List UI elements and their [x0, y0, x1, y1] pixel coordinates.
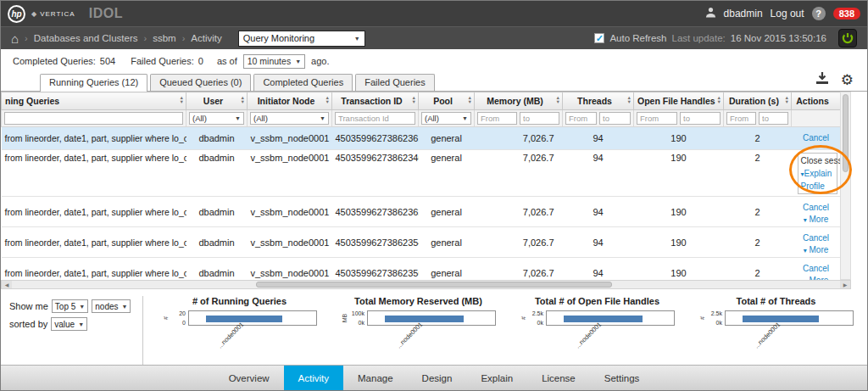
home-icon[interactable]: ⌂ — [11, 32, 19, 45]
memory-from-input[interactable] — [477, 112, 517, 125]
vertica-status-icon[interactable] — [838, 29, 857, 47]
breadcrumb-separator: › — [143, 33, 147, 43]
col-running-queries[interactable]: ning Queries▲▼ — [2, 92, 186, 110]
horizontal-scrollbar[interactable]: ◀ ▶ — [1, 280, 851, 289]
sort-by-dropdown[interactable]: value▼ — [51, 317, 87, 331]
sort-icon[interactable]: ▲▼ — [241, 96, 245, 103]
memory-to-input[interactable] — [520, 112, 559, 125]
interval-dropdown[interactable]: 10 minutes ▼ — [243, 54, 305, 69]
caret-down-icon: ▾ — [804, 216, 807, 224]
tab-design[interactable]: Design — [408, 366, 467, 390]
sort-icon[interactable]: ▲▼ — [556, 96, 560, 103]
page-title: IDOL — [89, 6, 123, 21]
col-open-file-handles[interactable]: Open File Handles▲▼ — [634, 92, 724, 110]
user-filter-dropdown[interactable]: (All)▼ — [189, 112, 244, 125]
breadcrumb-ssbm[interactable]: ssbm — [153, 33, 175, 43]
app-window: hp ◆ VERTICA IDOL dbadmin Log out ? 838 … — [0, 0, 868, 391]
breadcrumb-activity[interactable]: Activity — [191, 33, 221, 43]
sort-icon[interactable]: ▲▼ — [627, 96, 632, 103]
table-row[interactable]: from lineorder, date1, part, supplier wh… — [2, 150, 841, 197]
logout-link[interactable]: Log out — [771, 8, 804, 20]
close-session-link[interactable]: Close sess. — [801, 154, 834, 167]
cancel-link[interactable]: Cancel — [795, 263, 837, 275]
y-axis-label: # — [158, 315, 173, 321]
user-cell: dbadmin — [186, 227, 248, 258]
top-n-dropdown[interactable]: Top 5▼ — [52, 299, 88, 313]
sort-icon[interactable]: ▲▼ — [412, 96, 416, 103]
query-filter-input[interactable] — [4, 112, 183, 125]
tab-completed-queries[interactable]: Completed Queries — [253, 74, 353, 91]
node-filter-dropdown[interactable]: (All)▼ — [250, 112, 329, 125]
tab-failed-queries[interactable]: Failed Queries — [355, 74, 435, 91]
chevron-down-icon: ▼ — [78, 321, 84, 327]
cancel-link[interactable]: Cancel — [795, 232, 837, 244]
transaction-cell: 45035996273862362 — [332, 197, 419, 227]
table-row[interactable]: from lineorder, date1, part, supplier wh… — [2, 227, 841, 258]
tab-manage[interactable]: Manage — [343, 366, 408, 390]
help-icon[interactable]: ? — [812, 7, 826, 20]
handles-from-input[interactable] — [637, 112, 677, 125]
col-initiator-node[interactable]: Initiator Node▲▼ — [248, 92, 332, 110]
transaction-cell: 45035996273862346 — [332, 150, 419, 197]
actions-cell: Cancel ▾ More — [792, 227, 841, 258]
duration-from-input[interactable] — [726, 112, 756, 125]
transaction-filter-input[interactable] — [335, 112, 415, 125]
tab-running-queries[interactable]: Running Queries (12) — [40, 74, 147, 92]
table-row[interactable]: from lineorder, date1, part, supplier wh… — [2, 197, 841, 227]
tab-activity[interactable]: Activity — [284, 366, 343, 390]
col-user[interactable]: User▲▼ — [186, 92, 248, 110]
threads-to-input[interactable] — [599, 112, 631, 125]
sort-icon[interactable]: ▲▼ — [180, 96, 184, 103]
auto-refresh-checkbox[interactable]: ✓ — [594, 33, 604, 43]
col-memory[interactable]: Memory (MB)▲▼ — [475, 92, 563, 110]
tab-settings[interactable]: Settings — [590, 366, 654, 390]
sorted-by-label: sorted by — [9, 319, 47, 329]
notification-badge[interactable]: 838 — [833, 8, 860, 20]
view-selector-dropdown[interactable]: Query Monitoring ▼ — [238, 31, 365, 47]
chart-title: Total Memory Reserved (MB) — [336, 296, 501, 306]
col-transaction-id[interactable]: Transaction ID▲▼ — [332, 92, 419, 110]
tab-explain[interactable]: Explain — [466, 366, 527, 390]
more-link[interactable]: ▾ More — [795, 244, 837, 256]
scroll-right-arrow[interactable]: ▶ — [840, 281, 850, 288]
user-cell: dbadmin — [186, 197, 248, 227]
tab-overview[interactable]: Overview — [214, 366, 284, 390]
explain-link[interactable]: ▾Explain — [801, 167, 834, 180]
handles-to-input[interactable] — [680, 112, 721, 125]
chart-running-queries: # of Running Queries # 200 ...node0001 — [157, 296, 322, 366]
group-by-dropdown[interactable]: nodes▼ — [92, 299, 131, 313]
threads-from-input[interactable] — [565, 112, 597, 125]
transaction-cell: 45035996273862354 — [332, 227, 419, 258]
sort-icon[interactable]: ▲▼ — [717, 96, 721, 103]
tab-license[interactable]: License — [527, 366, 590, 390]
scroll-left-arrow[interactable]: ◀ — [2, 281, 12, 288]
last-update-value: 16 Nov 2015 13:50:16 — [731, 33, 826, 43]
scrollbar-thumb[interactable] — [256, 282, 612, 288]
breadcrumb-databases[interactable]: Databases and Clusters — [34, 33, 138, 43]
transaction-cell: 45035996273862361 — [332, 127, 419, 150]
col-duration[interactable]: Duration (s)▲▼ — [724, 92, 792, 110]
table-row[interactable]: from lineorder, date1, part, supplier wh… — [2, 127, 841, 150]
running-queries-table: ning Queries▲▼ User▲▼ Initiator Node▲▼ T… — [1, 92, 867, 280]
pool-filter-dropdown[interactable]: (All)▼ — [421, 112, 471, 125]
download-icon[interactable] — [815, 72, 829, 88]
duration-to-input[interactable] — [759, 112, 788, 125]
tab-queued-queries[interactable]: Queued Queries (0) — [150, 74, 251, 91]
more-link[interactable]: ▾ More — [795, 214, 837, 226]
sort-icon[interactable]: ▲▼ — [468, 96, 472, 103]
scrollbar-thumb[interactable] — [843, 94, 849, 172]
sort-icon[interactable]: ▲▼ — [785, 96, 789, 103]
col-pool[interactable]: Pool▲▼ — [419, 92, 475, 110]
y-axis-label: # — [515, 315, 531, 321]
cancel-link[interactable]: Cancel — [795, 202, 837, 214]
chevron-down-icon: ▼ — [235, 115, 241, 121]
col-threads[interactable]: Threads▲▼ — [563, 92, 634, 110]
sort-icon[interactable]: ▲▼ — [326, 96, 330, 103]
user-name[interactable]: dbadmin — [724, 8, 763, 20]
user-cell: dbadmin — [186, 150, 248, 197]
table-row[interactable]: from lineorder, date1, part, supplier wh… — [2, 258, 841, 281]
cancel-link[interactable]: Cancel — [795, 132, 837, 144]
gear-icon[interactable]: ⚙ — [841, 73, 854, 87]
vertical-scrollbar[interactable] — [840, 92, 851, 280]
profile-link[interactable]: Profile — [801, 180, 834, 193]
